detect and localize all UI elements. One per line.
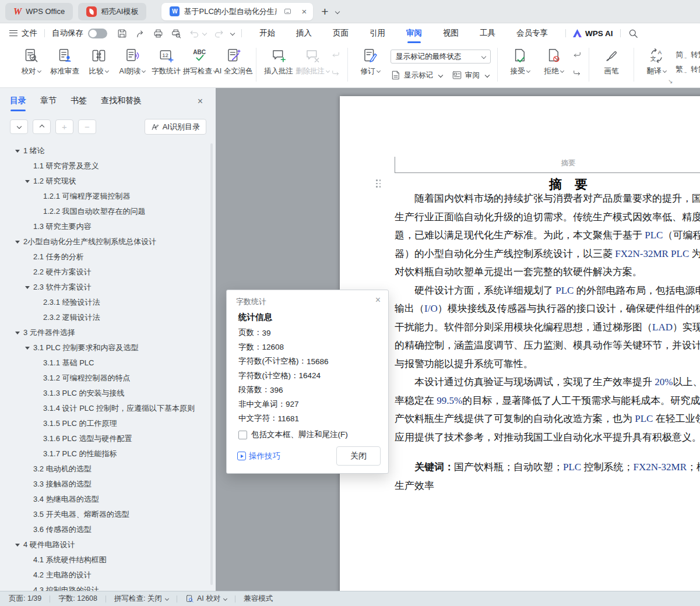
toc-item[interactable]: 1.2.2 我国自动吹塑存在的问题 <box>0 204 216 219</box>
document-body[interactable]: 随着国内饮料市场的持续扩张与消费者对产品质量要求的提升，国产 生产行业正面临自动… <box>395 189 700 495</box>
close-tab-icon[interactable]: × <box>300 6 308 16</box>
expand-arrow-icon[interactable] <box>25 346 33 350</box>
collapse-all-button[interactable]: − <box>78 119 96 134</box>
toc-item[interactable]: 3.6 传感器的选型 <box>0 522 216 537</box>
checkbox-icon[interactable] <box>238 431 247 439</box>
track-changes-button[interactable]: 修订 <box>356 48 384 76</box>
toc-item[interactable]: 2小型自动化分生产线控制系统总体设计 <box>0 234 216 249</box>
translate-button[interactable]: 文A 翻译 <box>642 48 670 76</box>
toc-item[interactable]: 3.1.2 可编程控制器的特点 <box>0 371 216 386</box>
toc-item[interactable]: 3.1.1 基础 PLC <box>0 355 216 371</box>
tab-current-document[interactable]: W 基于PLC的小型自动化分生产 × <box>161 3 313 20</box>
ai-read-aloud-button[interactable]: AI朗读 <box>118 48 146 76</box>
menu-tab[interactable]: 视图 <box>442 23 460 43</box>
compare-button[interactable]: 比较 <box>85 48 112 76</box>
toc-item[interactable]: 3 元件器件选择 <box>0 325 216 340</box>
print-preview-button[interactable] <box>167 26 185 41</box>
expand-all-button[interactable]: + <box>55 119 73 134</box>
review-mode-button[interactable]: 审阅 <box>452 70 489 80</box>
new-tab-icon[interactable]: + <box>321 5 328 19</box>
toc-item[interactable]: 1.3 研究主要内容 <box>0 219 216 234</box>
document-page[interactable]: 摘要 摘 要 随着国内饮料市场的持续扩张与消费者对产品质量要求的提升，国产 生产… <box>340 96 700 591</box>
toc-item[interactable]: 3.1.7 PLC 的性能指标 <box>0 446 216 461</box>
sidebar-tab[interactable]: 书签 <box>71 96 87 111</box>
spell-check-button[interactable]: ABC 拼写检查 <box>186 48 214 76</box>
page-indicator[interactable]: 页面: 1/39 <box>9 594 41 604</box>
paragraph-drag-handle-icon[interactable] <box>376 179 382 189</box>
tips-link[interactable]: 操作技巧 <box>237 451 280 461</box>
standard-review-button[interactable]: 标准审查 <box>51 48 79 76</box>
expand-arrow-icon[interactable] <box>25 286 33 289</box>
toc-item[interactable]: 2.3 软件方案设计 <box>0 280 216 295</box>
next-change-icon[interactable] <box>572 66 582 76</box>
toc-item[interactable]: 4.2 主电路的设计 <box>0 568 216 583</box>
file-menu[interactable]: 文件 <box>22 28 37 38</box>
close-button[interactable]: 关闭 <box>336 446 381 466</box>
accept-change-button[interactable]: 接受 <box>506 48 534 76</box>
close-dialog-icon[interactable]: × <box>375 295 381 305</box>
redo-button[interactable] <box>210 26 228 41</box>
autosave-toggle[interactable] <box>88 29 107 38</box>
toc-item[interactable]: 2.2 硬件方案设计 <box>0 265 216 280</box>
toc-item[interactable]: 1.1 研究背景及意义 <box>0 158 216 174</box>
ai-polish-button[interactable]: AI 全文润色 <box>220 48 248 76</box>
search-icon[interactable] <box>628 28 639 39</box>
tab-list-chevron-icon[interactable] <box>335 9 339 13</box>
reject-change-button[interactable]: 拒绝 <box>540 48 568 76</box>
wps-ai-button[interactable]: WPS AI <box>573 29 613 38</box>
pen-button[interactable]: 画笔 <box>597 48 625 76</box>
spell-check-status[interactable]: 拼写检查: 关闭 <box>114 594 168 604</box>
toc-item[interactable]: 2.3.1 经验设计法 <box>0 295 216 310</box>
toc-item[interactable]: 3.1.6 PLC 选型与硬件配置 <box>0 431 216 446</box>
close-sidebar-icon[interactable]: × <box>198 96 203 107</box>
previous-heading-button[interactable] <box>33 119 51 134</box>
word-count-indicator[interactable]: 字数: 12608 <box>58 594 97 604</box>
menu-tab[interactable]: 工具 <box>479 23 497 43</box>
delete-comment-button[interactable]: 删除批注 <box>298 48 326 76</box>
save-button[interactable] <box>113 26 131 41</box>
toc-item[interactable]: 3.4 热继电器的选型 <box>0 492 216 507</box>
expand-arrow-icon[interactable] <box>15 543 23 547</box>
next-comment-icon[interactable] <box>330 66 341 76</box>
sidebar-tab[interactable]: 目录 <box>10 96 26 111</box>
to-traditional-button[interactable]: 简→ 转繁 <box>676 50 700 60</box>
toc-item[interactable]: 4.1 系统硬件结构框图 <box>0 552 216 568</box>
undo-chevron-icon[interactable] <box>202 31 207 36</box>
toc-item[interactable]: 3.1.5 PLC 的工作原理 <box>0 416 216 431</box>
previous-change-icon[interactable] <box>572 50 582 61</box>
tab-window-icon[interactable] <box>283 7 292 16</box>
proofread-button[interactable]: 校对 <box>17 48 45 76</box>
toc-item[interactable]: 1.2 研究现状 <box>0 174 216 189</box>
next-heading-button[interactable] <box>10 119 28 134</box>
hamburger-icon[interactable] <box>9 30 17 36</box>
word-count-button[interactable]: 12 字数统计 <box>152 48 180 76</box>
undo-button[interactable] <box>185 26 210 41</box>
toc-item[interactable]: 1.2.1 可编程序逻辑控制器 <box>0 189 216 204</box>
include-footnotes-option[interactable]: 包括文本框、脚注和尾注(F) <box>238 429 348 440</box>
expand-arrow-icon[interactable] <box>15 240 23 244</box>
toc-item[interactable]: 2.1 任务的分析 <box>0 249 216 265</box>
insert-comment-button[interactable]: 插入批注 <box>265 48 293 76</box>
toc-item[interactable]: 3.1.3 PLC 的安装与接线 <box>0 386 216 401</box>
tab-docer-templates[interactable]: 稻壳AI模板 <box>78 3 146 20</box>
menu-tab[interactable]: 插入 <box>295 23 313 43</box>
menu-tab[interactable]: 开始 <box>258 23 276 43</box>
tab-wps-office[interactable]: W WPS Office <box>5 3 73 20</box>
expand-arrow-icon[interactable] <box>15 149 23 153</box>
expand-arrow-icon[interactable] <box>25 179 33 183</box>
quick-access-chevron-icon[interactable] <box>230 31 235 36</box>
toc-item[interactable]: 1 绪论 <box>0 143 216 158</box>
to-simplified-button[interactable]: 繁→ 转简 <box>676 64 700 75</box>
menu-tab[interactable]: 会员专享 <box>515 23 549 43</box>
ai-proofread-status[interactable]: AI 校对 <box>185 594 227 604</box>
sidebar-tab[interactable]: 查找和替换 <box>101 96 142 111</box>
menu-tab[interactable]: 引用 <box>368 23 386 43</box>
print-button[interactable] <box>149 26 167 41</box>
sidebar-tab[interactable]: 章节 <box>40 96 57 111</box>
menu-tab[interactable]: 页面 <box>332 23 350 43</box>
toc-item[interactable]: 3.5 开关电器、熔断器的选型 <box>0 507 216 522</box>
toc-item[interactable]: 2.3.2 逻辑设计法 <box>0 310 216 325</box>
toc-item[interactable]: 3.1.4 设计 PLC 控制时，应遵循以下基本原则 <box>0 401 216 416</box>
expand-arrow-icon[interactable] <box>15 331 23 334</box>
toc-item[interactable]: 3.2 电动机的选型 <box>0 461 216 477</box>
